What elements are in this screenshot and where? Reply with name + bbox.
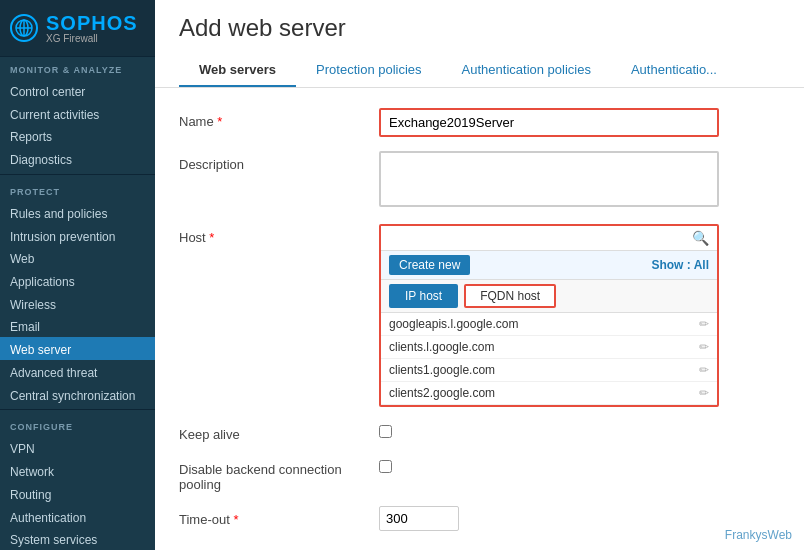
globe-icon xyxy=(10,14,38,42)
disable-backend-label: Disable backend connection pooling xyxy=(179,456,379,492)
timeout-label: Time-out * xyxy=(179,506,379,527)
description-row: Description xyxy=(179,151,780,210)
host-required-star: * xyxy=(209,230,214,245)
divider-2 xyxy=(0,409,155,410)
type-buttons-row: IP host FQDN host xyxy=(381,280,717,313)
host-search-bar: 🔍 xyxy=(381,226,717,251)
host-control-wrap: 🔍 Create new Show : All IP host FQDN hos… xyxy=(379,224,780,407)
keepalive-label: Keep alive xyxy=(179,421,379,442)
tab-authentication-policies[interactable]: Authentication policies xyxy=(442,54,611,87)
host-dropdown-container: 🔍 Create new Show : All IP host FQDN hos… xyxy=(379,224,719,407)
sidebar-item-routing[interactable]: Routing xyxy=(0,482,155,505)
name-input[interactable] xyxy=(379,108,719,137)
sidebar-item-authentication[interactable]: Authentication xyxy=(0,505,155,528)
section-configure: CONFIGURE xyxy=(0,414,155,436)
main-content: Add web server Web servers Protection po… xyxy=(155,0,804,550)
host-edit-icon-2[interactable]: ✏ xyxy=(699,363,709,377)
sidebar-item-web-server[interactable]: Web server xyxy=(0,337,155,360)
create-new-button[interactable]: Create new xyxy=(389,255,470,275)
host-edit-icon-0[interactable]: ✏ xyxy=(699,317,709,331)
sidebar-item-central-sync[interactable]: Central synchronization xyxy=(0,383,155,406)
sidebar-item-email[interactable]: Email xyxy=(0,314,155,337)
host-label: Host * xyxy=(179,224,379,245)
show-all-link[interactable]: Show : All xyxy=(651,258,709,272)
brand-name: SOPHOS xyxy=(46,12,138,35)
description-label: Description xyxy=(179,151,379,172)
sidebar-item-web[interactable]: Web xyxy=(0,246,155,269)
tab-protection-policies[interactable]: Protection policies xyxy=(296,54,442,87)
sidebar-logo: SOPHOS XG Firewall xyxy=(0,0,155,57)
sidebar-item-advanced-threat[interactable]: Advanced threat xyxy=(0,360,155,383)
timeout-row: Time-out * xyxy=(179,506,780,531)
tab-authentication-more[interactable]: Authenticatio... xyxy=(611,54,737,87)
description-input[interactable] xyxy=(379,151,719,207)
section-monitor-analyze: MONITOR & ANALYZE xyxy=(0,57,155,79)
name-required-star: * xyxy=(217,114,222,129)
sidebar-item-wireless[interactable]: Wireless xyxy=(0,292,155,315)
sidebar-item-rules-policies[interactable]: Rules and policies xyxy=(0,201,155,224)
host-list-item[interactable]: googleapis.l.google.com ✏ xyxy=(381,313,717,336)
sidebar-item-vpn[interactable]: VPN xyxy=(0,436,155,459)
ip-host-button[interactable]: IP host xyxy=(389,284,458,308)
timeout-required-star: * xyxy=(233,512,238,527)
keepalive-checkbox[interactable] xyxy=(379,425,392,438)
watermark: FrankysWeb xyxy=(725,528,792,542)
disable-backend-checkbox[interactable] xyxy=(379,460,392,473)
page-title: Add web server xyxy=(179,14,780,42)
sidebar-item-applications[interactable]: Applications xyxy=(0,269,155,292)
host-edit-icon-1[interactable]: ✏ xyxy=(699,340,709,354)
host-list-item[interactable]: clients.l.google.com ✏ xyxy=(381,336,717,359)
sidebar-item-diagnostics[interactable]: Diagnostics xyxy=(0,147,155,170)
form-area: Name * Description Host * xyxy=(155,88,804,550)
host-list-item[interactable]: clients2.google.com ✏ xyxy=(381,382,717,405)
divider-1 xyxy=(0,174,155,175)
host-edit-icon-3[interactable]: ✏ xyxy=(699,386,709,400)
host-list: googleapis.l.google.com ✏ clients.l.goog… xyxy=(381,313,717,405)
sidebar-item-intrusion-prevention[interactable]: Intrusion prevention xyxy=(0,224,155,247)
description-input-wrap xyxy=(379,151,780,210)
disable-backend-wrap xyxy=(379,456,780,473)
tab-bar: Web servers Protection policies Authenti… xyxy=(179,54,780,87)
sidebar-item-control-center[interactable]: Control center xyxy=(0,79,155,102)
keepalive-row: Keep alive xyxy=(179,421,780,442)
section-protect: PROTECT xyxy=(0,179,155,201)
timeout-wrap xyxy=(379,506,780,531)
sidebar-item-system-services[interactable]: System services xyxy=(0,527,155,550)
sidebar: SOPHOS XG Firewall MONITOR & ANALYZE Con… xyxy=(0,0,155,550)
name-input-wrap xyxy=(379,108,780,137)
host-toolbar: Create new Show : All xyxy=(381,251,717,280)
timeout-input[interactable] xyxy=(379,506,459,531)
host-list-item[interactable]: clients1.google.com ✏ xyxy=(381,359,717,382)
name-label: Name * xyxy=(179,108,379,129)
fqdn-host-button[interactable]: FQDN host xyxy=(464,284,556,308)
sidebar-item-reports[interactable]: Reports xyxy=(0,124,155,147)
disable-backend-row: Disable backend connection pooling xyxy=(179,456,780,492)
host-search-icon[interactable]: 🔍 xyxy=(692,230,709,246)
page-header: Add web server Web servers Protection po… xyxy=(155,0,804,88)
sidebar-item-current-activities[interactable]: Current activities xyxy=(0,102,155,125)
host-row: Host * 🔍 Create new Show : All I xyxy=(179,224,780,407)
sidebar-item-network[interactable]: Network xyxy=(0,459,155,482)
tab-web-servers[interactable]: Web servers xyxy=(179,54,296,87)
keepalive-wrap xyxy=(379,421,780,438)
name-row: Name * xyxy=(179,108,780,137)
